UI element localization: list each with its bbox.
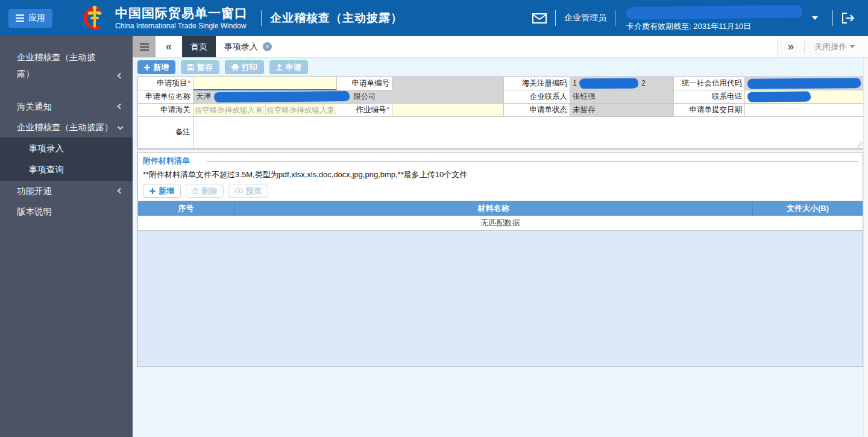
tab-home[interactable]: 首页 [182,36,216,57]
save-draft-button[interactable]: 暂存 [181,60,219,74]
job-no-label: 作业编号* [337,104,392,117]
logout-icon[interactable] [841,12,855,24]
phone-label: 联系电话 [674,90,745,104]
close-tab-icon[interactable]: × [263,42,272,51]
chevron-left-icon [118,104,124,110]
submit-date-label: 申请单提交日期 [674,104,745,117]
chevron-left-icon [118,188,124,194]
job-no-input[interactable] [395,104,503,116]
column-material-name[interactable]: 材料名称 [234,201,753,216]
status-label: 申请单状态 [504,104,570,117]
app-header: 应用 中国国际贸易单一窗口 China International Trade … [0,0,868,36]
attachment-table-header: 序号 材料名称 文件大小(B) [138,201,863,216]
sidebar-item-customs-notice[interactable]: 海关通知 [0,96,133,117]
user-role[interactable]: 企业管理员 [564,13,606,24]
tab-bar: « 首页 事项录入 × » 关闭操作 [133,36,868,58]
uscc-label: 统一社会信用代码 [674,77,745,90]
collapse-chevron-icon [118,73,124,79]
sidebar-item-version-notes[interactable]: 版本说明 [0,201,133,222]
header-divider [261,10,262,26]
user-dropdown-caret-icon[interactable] [812,16,818,20]
scroll-tabs-left-icon[interactable]: « [156,36,182,57]
contact-value: 张钰强 [570,90,674,104]
tab-bar-right: » 关闭操作 [777,36,868,57]
redacted-username [626,5,802,19]
attachment-add-button[interactable]: 新增 [143,184,181,198]
brand-subtitle: China International Trade Single Window [115,22,248,30]
apply-item-cell [193,77,337,90]
status-value: 未暂存 [570,104,674,117]
column-seq[interactable]: 序号 [138,201,234,216]
sidebar-item-function-open[interactable]: 功能开通 [0,181,133,201]
header-divider [832,10,833,26]
attachment-title: 附件材料清单 [143,156,190,166]
single-window-logo-icon [80,4,109,33]
sidebar-item-query[interactable]: 事项查询 [0,159,133,180]
contact-label: 企业联系人 [504,90,570,104]
apps-button[interactable]: 应用 [8,9,52,28]
apply-button[interactable]: 申请 [269,60,308,74]
customs-subordinate-input[interactable] [266,104,338,116]
apply-customs-cell [193,104,337,117]
sidebar-item-audit-disclosure[interactable]: 企业稽核查（主动披露） [0,117,133,137]
header-divider [615,10,615,26]
unit-name-value: 天津 限公司 [193,90,504,104]
customs-direct-input[interactable] [193,104,265,116]
redacted-uscc [747,78,861,89]
attachment-preview-button[interactable]: 预览 [228,184,268,198]
attachment-delete-button[interactable]: 删除 [186,184,224,198]
print-button[interactable]: 打印 [225,60,264,74]
divider [804,40,805,54]
form-toolbar: 新增 暂存 打印 申请 [133,58,868,77]
attachment-toolbar: 新增 删除 预览 [138,183,863,201]
customs-reg-value: 1 2 [570,77,674,90]
apply-item-input[interactable] [196,77,336,89]
entry-panel: 申请项目* 申请单编号 海关注册编码 1 2 统一社会信用代码 申请 [137,77,863,366]
apply-no-label: 申请单编号 [337,77,392,90]
sidebar-menu: 海关通知 企业稽核查（主动披露） 事项录入 事项查询 功能开通 版本说明 [0,96,133,222]
attachment-header: 附件材料清单 [138,152,863,168]
remark-textarea[interactable] [193,117,864,149]
chevron-down-icon [118,124,124,130]
vertical-scrollbar[interactable] [863,58,868,437]
apps-button-label: 应用 [28,13,45,24]
apply-customs-label: 申请海关 [138,104,193,117]
uscc-value [745,77,864,90]
submit-date-value [745,104,864,117]
user-block[interactable]: 卡介质有效期截至: 2031年11月10日 [626,5,807,32]
brand-block: 中国国际贸易单一窗口 China International Trade Sin… [115,5,248,31]
remark-label: 备注 [138,117,193,149]
application-form: 申请项目* 申请单编号 海关注册编码 1 2 统一社会信用代码 申请 [137,77,863,149]
redacted-phone [747,92,811,102]
header-right: 企业管理员 卡介质有效期截至: 2031年11月10日 [532,5,868,32]
apply-no-value [392,77,504,90]
tab-menu-icon[interactable] [133,36,156,57]
redacted-customs-reg [579,78,638,89]
scroll-tabs-right-icon[interactable]: » [778,40,804,53]
apps-menu-icon [16,14,24,22]
divider [207,161,858,162]
header-divider [555,10,556,26]
apply-item-label: 申请项目* [138,77,193,90]
attachment-hint: **附件材料清单文件不超过3.5M,类型为pdf,xlsx,xls,doc,do… [138,168,863,183]
sidebar-item-entry[interactable]: 事项录入 [0,138,133,159]
attachment-table-body [138,231,863,366]
brand-title: 中国国际贸易单一窗口 [115,5,248,20]
attachment-section: 附件材料清单 **附件材料清单文件不超过3.5M,类型为pdf,xlsx,xls… [137,152,863,367]
close-operations-menu[interactable]: 关闭操作 [814,42,855,52]
add-button[interactable]: 新增 [137,60,175,74]
sidebar-module-title[interactable]: 企业稽核查（主动披露） [0,36,133,82]
content-area: 申请项目* 申请单编号 海关注册编码 1 2 统一社会信用代码 申请 [133,77,868,437]
caret-down-icon [850,45,855,48]
tab-entry[interactable]: 事项录入 × [216,36,280,57]
mail-icon[interactable] [532,13,547,24]
card-validity-text: 卡介质有效期截至: 2031年11月10日 [626,21,807,32]
sidebar-submenu: 事项录入 事项查询 [0,137,133,181]
empty-data-row: 无匹配数据 [138,216,863,231]
resize-grip-icon[interactable] [857,142,863,147]
redacted-unit-name [214,91,350,102]
unit-name-label: 申请单位名称 [138,90,193,104]
customs-reg-label: 海关注册编码 [504,77,570,90]
column-file-size[interactable]: 文件大小(B) [753,201,863,216]
phone-cell[interactable] [745,90,864,104]
